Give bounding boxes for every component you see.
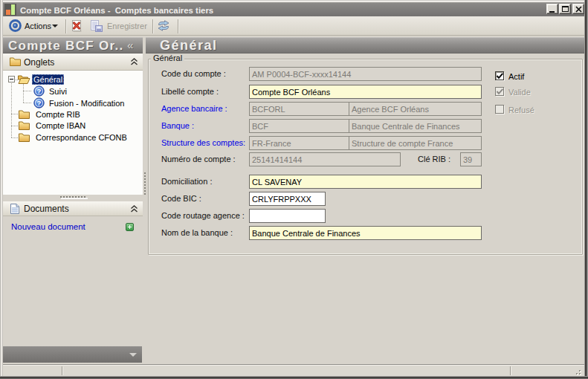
svg-text:?: ?: [37, 87, 42, 95]
svg-text:?: ?: [37, 99, 42, 107]
